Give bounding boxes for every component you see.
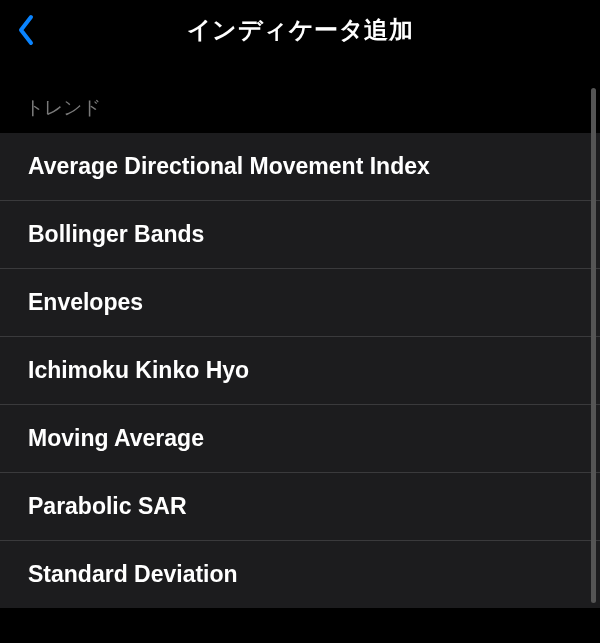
list-item[interactable]: Standard Deviation <box>0 540 600 608</box>
section-header-trend: トレンド <box>0 95 600 133</box>
chevron-left-icon <box>15 13 37 47</box>
list-item[interactable]: Parabolic SAR <box>0 472 600 540</box>
scrollbar[interactable] <box>591 88 596 603</box>
list-item[interactable]: Ichimoku Kinko Hyo <box>0 336 600 404</box>
list-item[interactable]: Moving Average <box>0 404 600 472</box>
indicator-list: Average Directional Movement Index Bolli… <box>0 133 600 608</box>
content: トレンド Average Directional Movement Index … <box>0 60 600 608</box>
list-item[interactable]: Envelopes <box>0 268 600 336</box>
page-title: インディケータ追加 <box>0 14 600 46</box>
header: インディケータ追加 <box>0 0 600 60</box>
list-item[interactable]: Average Directional Movement Index <box>0 133 600 200</box>
list-item[interactable]: Bollinger Bands <box>0 200 600 268</box>
back-button[interactable] <box>15 13 37 47</box>
